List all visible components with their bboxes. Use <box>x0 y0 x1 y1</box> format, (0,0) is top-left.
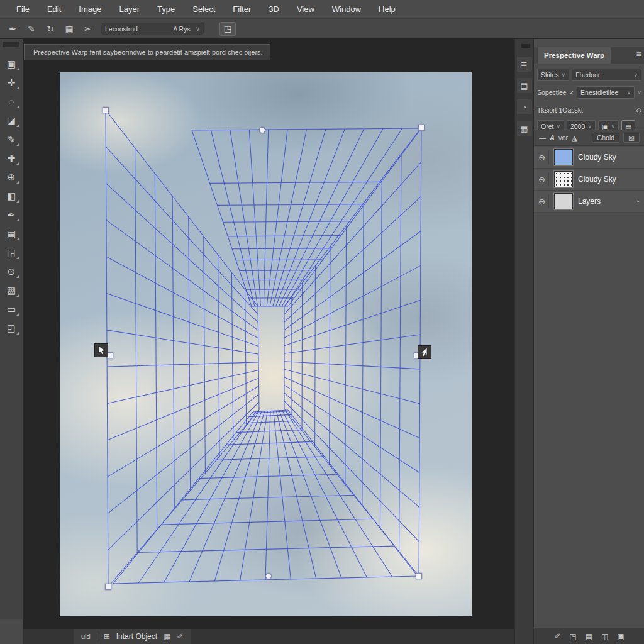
histogram-panel-icon[interactable]: ▤ <box>517 78 532 93</box>
chevron-down-icon: ∨ <box>627 89 631 96</box>
options-bar: ✒✎↻▦✂ Lecoostrnd A Rys ∨ ◳ <box>0 19 644 38</box>
photoshop-window: FileEditImageLayerTypeSelectFilter3DView… <box>0 0 644 644</box>
layout-mode-button[interactable]: Skites ∨ <box>537 69 569 81</box>
panel-row-1: Skites ∨ Fhedoor ∨ <box>534 67 644 83</box>
tool-palette: ▣✛◌◪✎✚⊕◧✒▤◲⊙▨▭◰ <box>0 39 23 644</box>
brush-tool-icon[interactable]: ✎ <box>2 131 21 148</box>
group-icon[interactable]: ◫ <box>601 632 608 641</box>
rotate-icon[interactable]: ↻ <box>44 24 57 34</box>
status-bar: uld ⊞ Intart Object ▦ ✐ <box>23 629 514 644</box>
layer-thumbnail[interactable] <box>554 193 573 209</box>
mask-icon[interactable]: ▤ <box>586 632 592 641</box>
lasso-tool-icon[interactable]: ◌ <box>2 93 21 110</box>
layer-badge-icon[interactable]: ◔ <box>635 197 640 205</box>
chevron-down-icon[interactable]: ∨ <box>637 89 641 96</box>
panel-menu-icon[interactable]: ≣ <box>636 50 642 59</box>
quick-selection-tool-icon[interactable]: ◪ <box>2 112 21 129</box>
warp-pen-icon[interactable]: ✒ <box>6 24 19 34</box>
warp-handle[interactable] <box>105 584 111 590</box>
clone-stamp-tool-icon[interactable]: ⊕ <box>2 169 21 186</box>
layer-row[interactable]: ⊖Layers◔ <box>534 191 644 213</box>
type-tool-icon[interactable]: ▤ <box>2 225 21 242</box>
frame-tool-icon[interactable]: ▣ <box>2 55 21 72</box>
menu-item-select[interactable]: Select <box>184 0 224 19</box>
layer-row[interactable]: ⊖Cloudy Sky <box>534 147 644 169</box>
diamond-icon[interactable]: ◇ <box>636 106 641 114</box>
eye-icon[interactable]: ⊖ <box>538 150 549 164</box>
section-label: Tksiort 1Oacskt <box>537 106 583 114</box>
zoom-tool-icon[interactable]: ⊙ <box>2 263 21 280</box>
commit-warp-button[interactable]: ◳ <box>219 22 236 36</box>
adjustments-panel-icon[interactable]: ◔ <box>517 99 532 114</box>
artboard-tool-icon[interactable]: ◰ <box>2 319 21 336</box>
minus-icon[interactable]: — <box>539 134 546 142</box>
preset-dropdown[interactable]: Lecoostrnd A Rys ∨ <box>101 23 204 35</box>
pencil-icon[interactable]: ✎ <box>25 24 38 34</box>
kind-filter-icon[interactable]: A <box>550 134 555 142</box>
layers-panel-footer: ✐◳▤◫▣ <box>534 628 644 644</box>
layer-list: ⊖Cloudy Sky⊖Cloudy Sky⊖Layers◔ <box>534 147 644 213</box>
move-tool-icon[interactable]: ✛ <box>2 74 21 91</box>
toolbar-collapse-handle[interactable] <box>3 42 19 47</box>
eraser-tool-icon[interactable]: ◧ <box>2 187 21 204</box>
freeform-dropdown[interactable]: Fhedoor ∨ <box>572 69 641 81</box>
table-icon[interactable]: ▦ <box>164 632 170 641</box>
menu-item-filter[interactable]: Filter <box>224 0 260 19</box>
tool-hint-text: Prespective Warp fent saybeorindwe to pe… <box>33 48 263 56</box>
menu-item-edit[interactable]: Edit <box>38 0 70 19</box>
filter-toggle-button[interactable]: ▨ <box>623 133 640 143</box>
panel-row-2: Sopectlee ✓ Enestdletliee ∨ ∨ <box>534 84 644 101</box>
eye-icon[interactable]: ⊖ <box>538 172 549 186</box>
gradient-tool-icon[interactable]: ▨ <box>2 282 21 299</box>
pen-tool-icon[interactable]: ✒ <box>2 206 21 223</box>
warp-handle[interactable] <box>103 107 109 113</box>
layer-thumbnail[interactable] <box>554 149 573 165</box>
warp-handle[interactable] <box>265 573 272 579</box>
effects-icon[interactable]: ◳ <box>569 632 576 641</box>
shape-tool-icon[interactable]: ◲ <box>2 244 21 261</box>
right-panel: Prespective Warp ≣ Skites ∨ Fhedoor ∨ So… <box>533 39 644 644</box>
tool-hint-bar: Prespective Warp fent saybeorindwe to pe… <box>24 44 270 60</box>
dock-collapse-handle[interactable] <box>521 44 530 48</box>
tab-perspective-warp[interactable]: Prespective Warp <box>538 47 611 64</box>
lock-filter-button[interactable]: Ghold <box>592 133 619 143</box>
pointer-cursor-icon <box>94 343 108 357</box>
warp-handle[interactable] <box>416 573 422 579</box>
pen-icon[interactable]: ✐ <box>177 632 183 641</box>
menu-item-file[interactable]: File <box>8 0 38 19</box>
menu-item-image[interactable]: Image <box>70 0 110 19</box>
menu-item-layer[interactable]: Layer <box>111 0 149 19</box>
document-type-label: Intart Object <box>116 632 157 641</box>
document-canvas[interactable] <box>60 72 472 616</box>
warp-handle[interactable] <box>418 125 425 131</box>
filter-icon[interactable]: ◮ <box>572 134 577 142</box>
menu-item-help[interactable]: Help <box>370 0 404 19</box>
layer-row[interactable]: ⊖Cloudy Sky <box>534 169 644 191</box>
pointer-cursor-icon <box>418 345 431 359</box>
grid-icon[interactable]: ⊞ <box>104 632 110 641</box>
libraries-panel-icon[interactable]: ▦ <box>517 121 532 136</box>
grid-icon[interactable]: ▦ <box>63 24 75 34</box>
layer-thumbnail[interactable] <box>554 171 573 187</box>
menu-item-window[interactable]: Window <box>323 0 370 19</box>
warp-handle[interactable] <box>259 127 265 133</box>
menu-item-3d[interactable]: 3D <box>260 0 288 19</box>
preset-value: A Rys <box>173 25 190 33</box>
zoom-level[interactable]: uld <box>81 633 97 640</box>
style-dropdown[interactable]: Enestdletliee ∨ <box>577 86 635 99</box>
split-icon[interactable]: ✂ <box>82 24 94 34</box>
menu-item-view[interactable]: View <box>288 0 323 19</box>
status-group: uld ⊞ Intart Object ▦ ✐ <box>74 629 191 644</box>
new-layer-icon[interactable]: ▣ <box>617 632 624 641</box>
eye-icon[interactable]: ⊖ <box>538 194 549 208</box>
menu-item-type[interactable]: Type <box>148 0 184 19</box>
healing-brush-tool-icon[interactable]: ✚ <box>2 150 21 167</box>
mode-label: Sopectlee <box>537 89 567 96</box>
collapsed-panel-dock: ≣▤◔▦ <box>514 39 533 644</box>
layers-filter-row: — A vor ◮ Ghold ▨ <box>534 130 644 146</box>
brush-icon[interactable]: ✐ <box>554 632 560 641</box>
panel-row-3: Tksiort 1Oacskt ◇ <box>534 102 644 118</box>
perspective-warp-grid[interactable] <box>60 72 472 616</box>
properties-panel-icon[interactable]: ≣ <box>517 57 532 72</box>
hand-tool-icon[interactable]: ▭ <box>2 301 21 318</box>
